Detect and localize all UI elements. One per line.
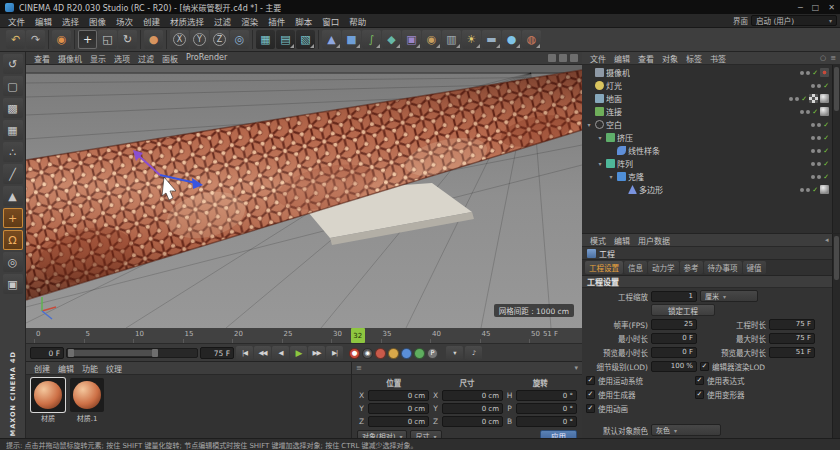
menu-item-3[interactable]: 图像: [84, 15, 111, 27]
om-options-icon[interactable]: ≡: [830, 54, 836, 62]
viewport-maximize-icon[interactable]: [559, 54, 567, 62]
attribute-scrollbar[interactable]: [832, 234, 840, 438]
editor-visibility-dot[interactable]: [811, 136, 815, 140]
panel-options-icon[interactable]: ▾: [574, 364, 578, 372]
phong-tag-icon[interactable]: [820, 107, 829, 116]
tab-工程设置[interactable]: 工程设置: [585, 261, 623, 274]
render-visibility-dot[interactable]: [817, 136, 821, 140]
render-visibility-dot[interactable]: [806, 71, 810, 75]
points-mode-button[interactable]: ∴: [3, 142, 23, 162]
attr-menu-1[interactable]: 编辑: [610, 235, 634, 246]
position-x-field[interactable]: 0 cm: [368, 390, 429, 401]
editor-visibility-dot[interactable]: [800, 110, 804, 114]
enable-check-icon[interactable]: ✓: [823, 173, 829, 181]
position-y-field[interactable]: 0 cm: [368, 403, 429, 414]
interface-dropdown[interactable]: 启动 (用户)▾: [751, 15, 837, 26]
target-tag-icon[interactable]: [820, 68, 829, 77]
attr-field[interactable]: 100 %: [651, 361, 697, 372]
attr-checkbox[interactable]: ✓: [695, 390, 704, 399]
expand-toggle[interactable]: ▾: [585, 121, 593, 128]
object-row-挤压[interactable]: ▾挤压✓: [582, 131, 840, 144]
project-scale-unit-dropdown[interactable]: 厘米: [700, 290, 758, 302]
render-visibility-dot[interactable]: [795, 97, 799, 101]
render-picture-viewer-button[interactable]: ▤: [276, 30, 295, 49]
viewport-menu-6[interactable]: ProRender: [182, 53, 231, 64]
editor-visibility-dot[interactable]: [811, 123, 815, 127]
tab-信息[interactable]: 信息: [624, 261, 647, 274]
hamburger-icon[interactable]: ≡: [356, 364, 362, 372]
menu-item-8[interactable]: 渲染: [236, 15, 263, 27]
menu-item-9[interactable]: 插件: [263, 15, 290, 27]
camera-button[interactable]: ▥: [442, 30, 461, 49]
spline-pen-button[interactable]: ∫: [362, 30, 381, 49]
object-row-灯光[interactable]: 灯光✓: [582, 79, 840, 92]
live-selection-tool[interactable]: ◉: [52, 30, 71, 49]
attr-checkbox[interactable]: ✓: [586, 390, 595, 399]
attr-field[interactable]: 0 F: [651, 333, 697, 344]
object-row-连接[interactable]: 连接✓: [582, 105, 840, 118]
transform-mode-dropdown[interactable]: 对象(相对): [357, 430, 407, 438]
expand-toggle[interactable]: ▾: [596, 134, 604, 141]
attr-checkbox[interactable]: ✓: [586, 376, 595, 385]
record-pla-toggle[interactable]: P: [427, 348, 438, 359]
om-menu-4[interactable]: 标签: [682, 53, 706, 64]
sound-toggle-button[interactable]: ♪: [465, 346, 482, 360]
scrollbar-thumb[interactable]: [834, 67, 839, 111]
om-menu-1[interactable]: 编辑: [610, 53, 634, 64]
render-visibility-dot[interactable]: [817, 162, 821, 166]
enable-check-icon[interactable]: ✓: [823, 147, 829, 155]
object-row-线性样条[interactable]: 线性样条✓: [582, 144, 840, 157]
prev-frame-button[interactable]: ◀: [272, 346, 289, 360]
editor-visibility-dot[interactable]: [800, 71, 804, 75]
menu-item-4[interactable]: 场次: [111, 15, 138, 27]
material-menu-3[interactable]: 纹理: [102, 363, 126, 374]
enable-check-icon[interactable]: ✓: [801, 95, 807, 103]
rotation-p-field[interactable]: 0 °: [516, 403, 577, 414]
attr-field[interactable]: 75 F: [769, 333, 815, 344]
position-z-field[interactable]: 0 cm: [368, 416, 429, 427]
goto-end-button[interactable]: ▶|: [326, 346, 343, 360]
range-start-field[interactable]: 0 F: [30, 347, 64, 359]
preview-range-slider[interactable]: [66, 348, 198, 358]
range-end-field[interactable]: 75 F: [200, 347, 234, 359]
y-axis-lock[interactable]: Y: [190, 30, 209, 49]
project-scale-field[interactable]: 1: [651, 291, 697, 302]
material-item[interactable]: 材质.1: [70, 378, 104, 423]
scrollbar-thumb[interactable]: [834, 236, 839, 280]
phong-tag-icon[interactable]: [820, 185, 829, 194]
workplane-mode-button[interactable]: ▦: [3, 120, 23, 140]
object-row-地面[interactable]: 地面✓: [582, 92, 840, 105]
render-visibility-dot[interactable]: [817, 84, 821, 88]
texture-tag-icon[interactable]: [809, 94, 818, 103]
material-button[interactable]: ◍: [522, 30, 541, 49]
polygons-mode-button[interactable]: ▲: [3, 186, 23, 206]
editor-visibility-dot[interactable]: [800, 188, 804, 192]
attr-menu-2[interactable]: 用户数据: [634, 235, 674, 246]
sky-button[interactable]: ●: [502, 30, 521, 49]
floor-button[interactable]: ▬: [482, 30, 501, 49]
close-button[interactable]: ✕: [828, 3, 835, 12]
om-menu-0[interactable]: 文件: [586, 53, 610, 64]
volume-button[interactable]: ▣: [402, 30, 421, 49]
maximize-button[interactable]: □: [812, 3, 820, 12]
snap-toggle-button[interactable]: Ω: [3, 230, 23, 250]
default-color-dropdown[interactable]: 灰色: [651, 424, 721, 436]
tab-待办事项[interactable]: 待办事项: [704, 261, 742, 274]
simulate-button[interactable]: ◉: [422, 30, 441, 49]
rotation-h-field[interactable]: 0 °: [516, 390, 577, 401]
attr-field[interactable]: 0 F: [651, 347, 697, 358]
lock-project-button[interactable]: 锁定工程: [651, 304, 715, 316]
render-settings-button[interactable]: ▧: [296, 30, 315, 49]
viewport-menu-2[interactable]: 显示: [86, 53, 110, 64]
attr-checkbox[interactable]: ✓: [586, 404, 595, 413]
editor-visibility-dot[interactable]: [789, 97, 793, 101]
x-axis-lock[interactable]: X: [170, 30, 189, 49]
size-z-field[interactable]: 0 cm: [442, 416, 503, 427]
record-parameter-toggle[interactable]: [414, 348, 425, 359]
viewport-layout-icon[interactable]: [548, 54, 556, 62]
om-menu-2[interactable]: 查看: [634, 53, 658, 64]
range-handle-right[interactable]: [152, 349, 158, 357]
enable-check-icon[interactable]: ✓: [812, 108, 818, 116]
attr-field[interactable]: 25: [651, 319, 697, 330]
om-search-icon[interactable]: ○: [820, 54, 826, 62]
